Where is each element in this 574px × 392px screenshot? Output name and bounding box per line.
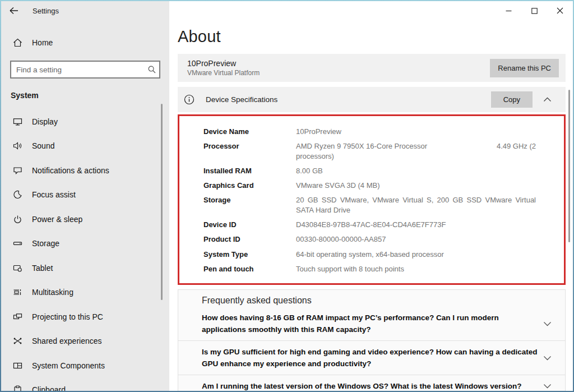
sidebar-item-label: Power & sleep [32,215,82,224]
collapse-button[interactable] [542,94,553,105]
page-title: About [178,27,566,46]
sidebar-nav: Display Sound Notifications & actions Fo… [1,109,169,391]
sidebar-item-shared-experiences[interactable]: Shared experiences [1,329,169,354]
chevron-down-icon [543,356,552,361]
faq-item-windows-version[interactable]: Am I running the latest version of the W… [178,375,565,391]
clipboard-icon [13,385,22,391]
info-icon [184,94,195,105]
notifications-icon [13,166,22,175]
processor-speed: 4.49 GHz (2 [497,141,536,151]
faq-section: Frequently asked questions How does havi… [178,289,566,391]
main-area: About 10ProPreview VMware Virtual Platfo… [169,1,573,391]
sidebar-item-multitasking[interactable]: Multitasking [1,280,169,305]
copy-button[interactable]: Copy [491,91,533,108]
minimize-icon [506,8,512,14]
close-button[interactable] [547,1,573,20]
titlebar-right [169,1,573,20]
close-icon [557,7,563,14]
chevron-down-icon [543,384,552,389]
spec-row-system-type: System Type 64-bit operating system, x64… [203,250,536,259]
search-box [10,61,160,79]
rename-pc-button[interactable]: Rename this PC [490,59,559,77]
sidebar-item-label: Storage [32,239,59,248]
sidebar-item-label: Projecting to this PC [32,312,103,321]
spec-row-installed-ram: Installed RAM 8.00 GB [203,166,536,176]
sidebar-section-system: System [11,91,169,100]
spec-row-processor: Processor AMD Ryzen 9 7950X 16-Core Proc… [203,141,536,161]
faq-item-ram[interactable]: How does having 8-16 GB of RAM impact my… [178,307,565,341]
faq-item-gpu[interactable]: Is my GPU sufficient for high end gaming… [178,341,565,375]
content: About 10ProPreview VMware Virtual Platfo… [169,20,573,391]
display-icon [13,117,22,126]
sidebar-scrollbar[interactable] [161,104,163,300]
multitasking-icon [13,288,22,297]
sidebar-item-notifications[interactable]: Notifications & actions [1,158,169,183]
back-arrow-icon [9,7,18,15]
settings-window: Settings Home System Display [0,0,574,392]
sidebar-item-label: Tablet [32,264,53,273]
back-button[interactable] [1,1,26,20]
search-input[interactable] [11,66,145,74]
sound-icon [13,141,22,150]
sidebar-item-sound[interactable]: Sound [1,134,169,159]
sidebar-item-projecting[interactable]: Projecting to this PC [1,305,169,329]
faq-title: Frequently asked questions [178,290,565,307]
sidebar-item-label: Sound [32,141,54,150]
titlebar-left: Settings [1,1,169,20]
sidebar-item-tablet[interactable]: Tablet [1,256,169,280]
spec-row-pen-touch: Pen and touch Touch support with 8 touch… [203,264,536,274]
sidebar-item-label: Home [32,38,53,47]
system-components-icon [13,361,22,370]
sidebar-item-power-sleep[interactable]: Power & sleep [1,207,169,232]
spec-row-device-name: Device Name 10ProPreview [203,127,536,136]
spec-row-storage: Storage 20 GB SSD VMware, VMware Virtual… [203,195,536,215]
sidebar-item-home[interactable]: Home [1,33,169,53]
highlight-rectangle: Device Name 10ProPreview Processor AMD R… [178,114,566,285]
sidebar-item-label: Multitasking [32,288,73,297]
sidebar-item-focus-assist[interactable]: Focus assist [1,183,169,207]
app-title: Settings [33,7,59,15]
pc-platform: VMware Virtual Platform [187,69,490,77]
sidebar: Settings Home System Display [1,1,169,391]
power-icon [13,215,22,224]
pc-name-card: 10ProPreview VMware Virtual Platform Ren… [178,54,566,82]
device-specs-header[interactable]: Device Specifications Copy [178,87,566,112]
chevron-down-icon [543,321,552,326]
processor-wrap: processors) [296,151,536,161]
chevron-up-icon [543,97,552,102]
spec-row-device-id: Device ID D43084E8-97B8-47AC-8E04-CD4A6E… [203,220,536,229]
sidebar-item-system-components[interactable]: System Components [1,353,169,378]
minimize-button[interactable] [496,1,521,20]
sidebar-item-storage[interactable]: Storage [1,232,169,256]
sidebar-item-label: Clipboard [32,385,66,391]
shared-experiences-icon [13,336,22,345]
processor-name: AMD Ryzen 9 7950X 16-Core Processor [296,141,427,151]
spec-row-product-id: Product ID 00330-80000-00000-AA857 [203,234,536,244]
maximize-icon [531,8,538,14]
sidebar-item-label: System Components [32,361,105,370]
focus-assist-icon [13,190,22,199]
content-scrollbar[interactable] [568,90,570,242]
sidebar-item-label: Focus assist [32,190,76,199]
tablet-icon [13,264,22,273]
sidebar-item-display[interactable]: Display [1,109,169,134]
device-specs-title: Device Specifications [206,95,491,104]
sidebar-item-clipboard[interactable]: Clipboard [1,378,169,391]
sidebar-item-label: Display [32,117,58,126]
sidebar-item-label: Shared experiences [32,336,102,345]
pc-name: 10ProPreview [187,59,490,68]
storage-icon [13,239,22,248]
home-icon [13,38,22,47]
maximize-button[interactable] [521,1,547,20]
sidebar-item-label: Notifications & actions [32,166,109,175]
search-icon[interactable] [145,65,159,74]
spec-row-graphics-card: Graphics Card VMware SVGA 3D (4 MB) [203,181,536,190]
projecting-icon [13,312,22,321]
